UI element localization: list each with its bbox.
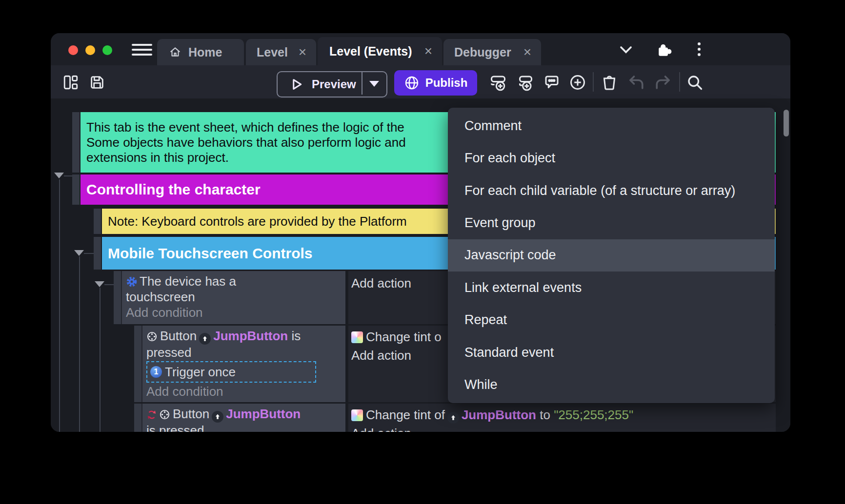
chevron-down-icon bbox=[619, 45, 633, 55]
preview-split-divider bbox=[362, 72, 362, 95]
event-conditions[interactable]: Button JumpButton is pressed 1 Trigger o… bbox=[142, 326, 345, 402]
add-event-button[interactable] bbox=[489, 74, 507, 91]
note-gutter[interactable] bbox=[94, 209, 101, 234]
trash-icon bbox=[601, 74, 618, 91]
column-divider bbox=[345, 404, 348, 432]
minimize-window-button[interactable] bbox=[85, 45, 95, 55]
menu-item-repeat[interactable]: Repeat bbox=[448, 304, 775, 336]
condition-text: The device has a bbox=[140, 274, 236, 289]
system-gear-icon bbox=[126, 276, 138, 288]
group-gutter[interactable] bbox=[72, 174, 80, 205]
menu-item-link-external-events[interactable]: Link external events bbox=[448, 271, 775, 304]
comment-bubble-icon bbox=[543, 74, 561, 91]
save-button[interactable] bbox=[89, 74, 105, 91]
touch-object-icon bbox=[146, 331, 158, 342]
globe-icon bbox=[404, 75, 420, 91]
event-gutter[interactable] bbox=[134, 404, 141, 432]
redo-button[interactable] bbox=[654, 74, 672, 91]
tab-level-events[interactable]: Level (Events) × bbox=[318, 37, 442, 65]
main-menu-button[interactable] bbox=[132, 44, 152, 57]
event-gutter[interactable] bbox=[114, 271, 121, 324]
jumpbutton-sprite-icon bbox=[199, 333, 211, 345]
menu-item-comment[interactable]: Comment bbox=[448, 110, 775, 142]
collapse-arrow-icon[interactable] bbox=[74, 250, 84, 256]
condition-text: pressed bbox=[146, 345, 342, 360]
event-conditions[interactable]: The device has a touchscreen Add conditi… bbox=[122, 271, 345, 324]
add-comment-button[interactable] bbox=[543, 74, 561, 91]
tab-label: Debugger bbox=[454, 45, 511, 59]
add-button[interactable] bbox=[569, 74, 586, 91]
vertical-scrollbar-thumb[interactable] bbox=[784, 110, 789, 136]
group-title: Mobile Touchscreen Controls bbox=[108, 245, 313, 262]
tab-home[interactable]: Home bbox=[157, 39, 244, 65]
play-icon bbox=[289, 77, 304, 92]
menu-item-standard-event[interactable]: Standard event bbox=[448, 336, 775, 368]
add-action-link[interactable]: Add action bbox=[351, 425, 411, 432]
add-condition-link[interactable]: Add condition bbox=[146, 384, 342, 399]
menu-item-javascript-code[interactable]: Javascript code bbox=[448, 239, 775, 271]
publish-button[interactable]: Publish bbox=[394, 70, 477, 96]
puzzle-piece-icon bbox=[655, 41, 672, 58]
menu-item-while[interactable]: While bbox=[448, 369, 775, 401]
search-button[interactable] bbox=[686, 74, 704, 91]
layout-panels-button[interactable] bbox=[62, 74, 79, 91]
event-conditions[interactable]: Button JumpButton is pressed bbox=[142, 404, 345, 432]
close-tab-icon[interactable]: × bbox=[299, 45, 306, 59]
close-tab-icon[interactable]: × bbox=[424, 44, 432, 58]
event-gutter[interactable] bbox=[134, 326, 141, 402]
column-divider bbox=[345, 326, 348, 402]
column-divider bbox=[345, 271, 348, 324]
addons-button[interactable] bbox=[655, 41, 672, 58]
tint-icon bbox=[351, 409, 363, 421]
collapse-arrow-icon[interactable] bbox=[54, 173, 64, 178]
zoom-window-button[interactable] bbox=[102, 45, 112, 55]
comment-gutter[interactable] bbox=[72, 112, 80, 173]
menu-item-event-group[interactable]: Event group bbox=[448, 207, 775, 239]
more-options-button[interactable] bbox=[697, 42, 701, 57]
add-action-link[interactable]: Add action bbox=[351, 347, 411, 364]
preview-dropdown-caret-icon[interactable] bbox=[369, 81, 379, 87]
tab-label: Level (Events) bbox=[329, 44, 412, 58]
add-event-icon bbox=[489, 74, 507, 91]
comment-text: This tab is the event sheet, which defin… bbox=[86, 120, 406, 165]
action-value: "255;255;255" bbox=[554, 407, 633, 422]
tree-line bbox=[84, 253, 94, 254]
close-window-button[interactable] bbox=[68, 45, 78, 55]
undo-button[interactable] bbox=[627, 74, 645, 91]
condition-text: Button bbox=[173, 407, 209, 421]
add-subevent-icon bbox=[516, 74, 534, 91]
tab-label: Level bbox=[257, 45, 288, 59]
jumpbutton-sprite-icon bbox=[212, 411, 223, 423]
menu-item-for-each-object[interactable]: For each object bbox=[448, 142, 775, 174]
action-change-tint[interactable]: Change tint o bbox=[351, 329, 442, 345]
group-gutter[interactable] bbox=[94, 237, 101, 270]
add-action-link[interactable]: Add action bbox=[351, 275, 411, 291]
menu-item-for-each-child-variable[interactable]: For each child variable (of a structure … bbox=[448, 174, 775, 207]
toolbar-separator bbox=[679, 72, 680, 92]
collapse-arrow-icon[interactable] bbox=[95, 281, 104, 287]
add-condition-link[interactable]: Add condition bbox=[126, 305, 342, 320]
delete-button[interactable] bbox=[601, 74, 618, 91]
add-subevent-button[interactable] bbox=[516, 74, 534, 91]
search-icon bbox=[686, 74, 704, 91]
home-icon bbox=[169, 46, 181, 58]
object-name: JumpButton bbox=[213, 329, 288, 343]
tab-list-dropdown-button[interactable] bbox=[619, 45, 633, 55]
action-change-tint[interactable]: Change tint of JumpButton to "255;255;25… bbox=[351, 407, 633, 424]
hamburger-icon bbox=[132, 44, 152, 46]
group-title: Controlling the character bbox=[86, 181, 261, 198]
tab-debugger[interactable]: Debugger × bbox=[443, 39, 541, 65]
tab-level[interactable]: Level × bbox=[246, 39, 316, 65]
close-tab-icon[interactable]: × bbox=[523, 45, 531, 59]
condition-trigger-once-selected[interactable]: 1 Trigger once bbox=[146, 361, 316, 383]
preview-button[interactable]: Preview bbox=[277, 71, 387, 97]
save-icon bbox=[89, 74, 105, 91]
condition-text: touchscreen bbox=[126, 289, 342, 305]
tint-icon bbox=[351, 331, 363, 343]
tree-line bbox=[64, 175, 72, 176]
event-row: Button JumpButton is pressed Change tint… bbox=[134, 404, 776, 432]
inverted-condition-icon bbox=[146, 409, 157, 420]
action-text: Change tint o bbox=[366, 330, 442, 344]
tab-label: Home bbox=[188, 45, 222, 59]
redo-icon bbox=[654, 74, 672, 91]
